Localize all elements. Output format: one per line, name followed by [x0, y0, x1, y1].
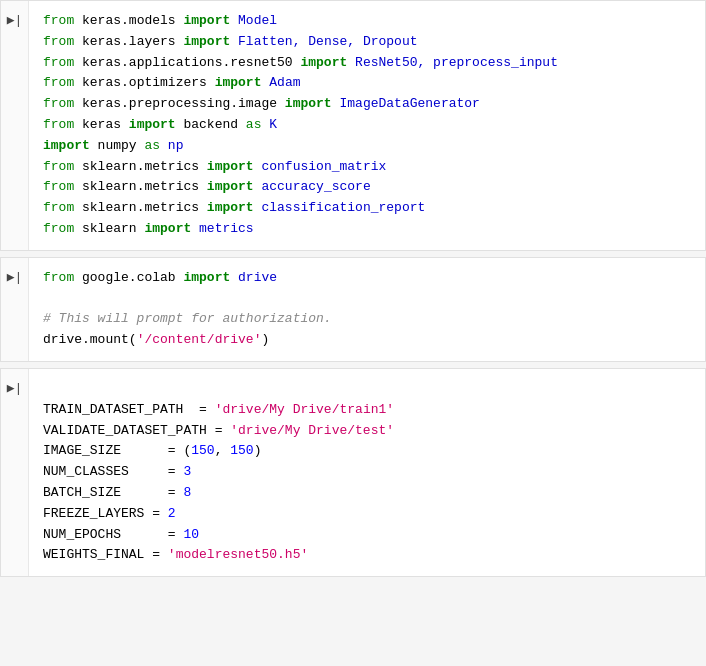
token-number: 8	[183, 485, 191, 500]
token-kw-import: import	[129, 117, 176, 132]
token-plain: drive.mount(	[43, 332, 137, 347]
token-plain: google.colab	[74, 270, 183, 285]
token-string: '/content/drive'	[137, 332, 262, 347]
token-symbol: drive	[238, 270, 277, 285]
token-plain: =	[121, 485, 183, 500]
code-line-3-4: IMAGE_SIZE = (150, 150)	[43, 441, 691, 462]
code-line-3-3: VALIDATE_DATASET_PATH = 'drive/My Drive/…	[43, 421, 691, 442]
token-variable: FREEZE_LAYERS	[43, 506, 144, 521]
run-icon: ▶|	[7, 11, 23, 32]
token-string: 'drive/My Drive/train1'	[215, 402, 394, 417]
token-plain: =	[144, 506, 167, 521]
token-plain: =	[129, 464, 184, 479]
token-symbol: accuracy_score	[261, 179, 370, 194]
code-line-1-9: from sklearn.metrics import accuracy_sco…	[43, 177, 691, 198]
token-plain	[230, 34, 238, 49]
code-line-1-7: import numpy as np	[43, 136, 691, 157]
token-plain: )	[261, 332, 269, 347]
token-kw-import: import	[207, 159, 254, 174]
token-plain: =	[121, 527, 183, 542]
token-kw-from: from	[43, 13, 74, 28]
token-symbol: K	[269, 117, 277, 132]
token-kw-import: import	[207, 179, 254, 194]
empty-line	[43, 379, 691, 400]
code-line-2-3: # This will prompt for authorization.	[43, 309, 691, 330]
code-cell-1: ▶|from keras.models import Modelfrom ker…	[0, 0, 706, 251]
token-kw-import: import	[285, 96, 332, 111]
run-button-cell-1[interactable]: ▶|	[1, 1, 29, 250]
cell-code-2: from google.colab import drive# This wil…	[29, 258, 705, 361]
token-plain: =	[183, 402, 214, 417]
token-plain: sklearn.metrics	[74, 179, 207, 194]
token-kw-from: from	[43, 96, 74, 111]
token-variable: IMAGE_SIZE	[43, 443, 121, 458]
code-line-1-10: from sklearn.metrics import classificati…	[43, 198, 691, 219]
code-line-3-9: WEIGHTS_FINAL = 'modelresnet50.h5'	[43, 545, 691, 566]
token-symbol: ImageDataGenerator	[339, 96, 479, 111]
token-plain	[230, 13, 238, 28]
token-kw-import: import	[183, 34, 230, 49]
token-kw-import: import	[207, 200, 254, 215]
code-line-1-6: from keras import backend as K	[43, 115, 691, 136]
code-cell-2: ▶|from google.colab import drive# This w…	[0, 257, 706, 362]
token-number: 150	[191, 443, 214, 458]
token-kw-from: from	[43, 200, 74, 215]
code-line-3-7: FREEZE_LAYERS = 2	[43, 504, 691, 525]
token-plain: sklearn.metrics	[74, 200, 207, 215]
token-symbol: confusion_matrix	[261, 159, 386, 174]
token-plain: )	[254, 443, 262, 458]
token-symbol: Model	[238, 13, 277, 28]
run-button-cell-2[interactable]: ▶|	[1, 258, 29, 361]
token-kw-from: from	[43, 159, 74, 174]
cell-code-3: TRAIN_DATASET_PATH = 'drive/My Drive/tra…	[29, 369, 705, 576]
token-number: 150	[230, 443, 253, 458]
token-plain: keras.layers	[74, 34, 183, 49]
token-plain: numpy	[90, 138, 145, 153]
token-kw-from: from	[43, 55, 74, 70]
token-kw-import: import	[183, 13, 230, 28]
token-plain	[347, 55, 355, 70]
token-plain: = (	[121, 443, 191, 458]
token-plain: keras	[74, 117, 129, 132]
token-number: 2	[168, 506, 176, 521]
code-line-2-4: drive.mount('/content/drive')	[43, 330, 691, 351]
cell-code-1: from keras.models import Modelfrom keras…	[29, 1, 705, 250]
token-symbol: ResNet50, preprocess_input	[355, 55, 558, 70]
run-button-cell-3[interactable]: ▶|	[1, 369, 29, 576]
token-comment: # This will prompt for authorization.	[43, 311, 332, 326]
token-kw-from: from	[43, 179, 74, 194]
code-line-1-8: from sklearn.metrics import confusion_ma…	[43, 157, 691, 178]
token-plain: keras.applications.resnet50	[74, 55, 300, 70]
code-line-1-4: from keras.optimizers import Adam	[43, 73, 691, 94]
token-kw-import: import	[183, 270, 230, 285]
token-kw-import: import	[144, 221, 191, 236]
code-line-1-5: from keras.preprocessing.image import Im…	[43, 94, 691, 115]
token-kw-as: as	[144, 138, 160, 153]
token-kw-import: import	[300, 55, 347, 70]
run-icon: ▶|	[7, 268, 23, 289]
token-kw-from: from	[43, 117, 74, 132]
token-string: 'modelresnet50.h5'	[168, 547, 308, 562]
token-plain	[230, 270, 238, 285]
token-plain: =	[207, 423, 230, 438]
code-line-1-3: from keras.applications.resnet50 import …	[43, 53, 691, 74]
token-symbol: classification_report	[261, 200, 425, 215]
token-plain: =	[144, 547, 167, 562]
token-plain: keras.models	[74, 13, 183, 28]
code-line-3-6: BATCH_SIZE = 8	[43, 483, 691, 504]
token-plain: sklearn	[74, 221, 144, 236]
token-plain: sklearn.metrics	[74, 159, 207, 174]
token-symbol: np	[168, 138, 184, 153]
token-kw-from: from	[43, 221, 74, 236]
code-line-1-2: from keras.layers import Flatten, Dense,…	[43, 32, 691, 53]
token-kw-from: from	[43, 34, 74, 49]
token-plain: ,	[215, 443, 231, 458]
run-icon: ▶|	[7, 379, 23, 400]
token-symbol: Flatten, Dense, Dropout	[238, 34, 417, 49]
token-kw-import: import	[43, 138, 90, 153]
token-variable: WEIGHTS_FINAL	[43, 547, 144, 562]
token-plain: backend	[176, 117, 246, 132]
token-plain: keras.optimizers	[74, 75, 214, 90]
token-plain	[160, 138, 168, 153]
token-variable: NUM_CLASSES	[43, 464, 129, 479]
